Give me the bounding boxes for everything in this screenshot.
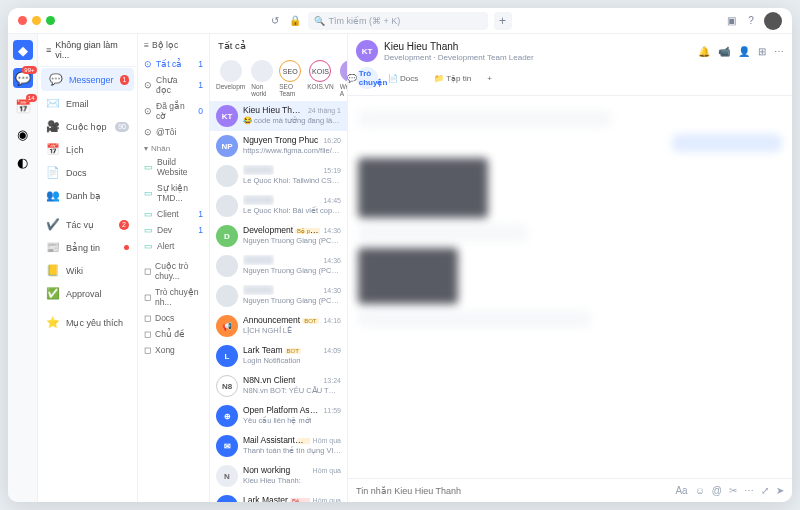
quick-contact[interactable]: Developm [216,60,245,97]
new-button[interactable]: + [494,12,512,30]
pin-icon: ⊙ [144,80,152,90]
expand-icon[interactable]: ⤢ [761,485,769,496]
chat-row[interactable]: 📢AnnouncementBOT14:16LỊCH NGHỈ LỄ [210,311,347,341]
sidebar-item[interactable]: 🎥Cuộc họp90 [38,115,137,138]
folder-item[interactable]: ▭Dev1 [138,222,209,238]
emoji-icon[interactable]: ☺ [695,485,705,496]
send-icon[interactable]: ➤ [776,485,784,496]
folder-item[interactable]: ▭Sự kiện TMD... [138,180,209,206]
video-call-icon[interactable]: 📹 [718,46,730,57]
minimize-window[interactable] [32,16,41,25]
filter-item[interactable]: ⊙Đã gắn cờ0 [138,98,209,124]
sidebar-label: Mục yêu thích [66,318,123,328]
filter-item[interactable]: ⊙Chưa đọc1 [138,72,209,98]
filter-item[interactable]: ◻Chủ đề [138,326,209,342]
chat-name: DevelopmentBộ phận [243,225,320,235]
folder-item[interactable]: ▭Build Website [138,154,209,180]
rail-app2[interactable]: ◐ [13,152,33,172]
search-icon: 🔍 [314,16,325,26]
history-icon[interactable]: ↺ [268,14,282,28]
preview: LỊCH NGHỈ LỄ [243,326,341,335]
item-icon: ◻ [144,313,151,323]
font-icon[interactable]: Aа [675,485,687,496]
avatar: ⊕ [216,405,238,427]
filter-item[interactable]: ◻Xong [138,342,209,358]
chat-row[interactable]: KTKieu Hieu Thanh24 tháng 1😂 code mà tưở… [210,101,347,131]
chat-row[interactable]: nameee14:30Nguyen Truong Giang (PC): Dạ [210,281,347,311]
chat-tab[interactable]: 💬Trò chuyện [356,67,378,89]
lock-icon: 🔒 [288,14,302,28]
sidebar-item[interactable]: 📅Lịch [38,138,137,161]
filter-section[interactable]: ▾ Nhân [138,140,209,154]
chatlist-tab[interactable]: Tất cả [210,34,347,56]
sidebar-icon: 📒 [46,264,60,277]
chat-row[interactable]: nameee14:36Nguyen Truong Giang (PC) đã k… [210,251,347,281]
notify-icon[interactable]: 🔔 [698,46,710,57]
chat-row[interactable]: NPNguyen Trong Phuc16:20https://www.figm… [210,131,347,161]
sidebar-item[interactable]: 💬Messenger1 [41,68,134,91]
rail-messenger[interactable]: 💬99+ [13,68,33,88]
quick-contact[interactable]: Non worki [251,60,273,97]
chat-row[interactable]: N8N8N.vn Client13:24N8N.vn BOT: YÊU CẦU … [210,371,347,401]
sidebar-item[interactable]: ✔️Tác vụ2 [38,213,137,236]
workspace-selector[interactable]: ≡ Không gian làm vi... [38,34,137,67]
scissors-icon[interactable]: ✂ [729,485,737,496]
badge: 14 [26,94,37,102]
filter-item[interactable]: ◻Docs [138,310,209,326]
chat-tab[interactable]: 📄Docs [382,67,424,89]
timestamp: 24 tháng 1 [308,107,341,114]
timestamp: 14:36 [323,257,341,264]
quick-contact[interactable]: KOISKOIS.VN [307,60,333,97]
messages-area[interactable] [348,96,792,478]
rail-calendar[interactable]: 📅14 [13,96,33,116]
profile-avatar[interactable] [764,12,782,30]
item-icon: ◻ [144,329,151,339]
chat-row[interactable]: nameee15:19Le Quoc Khoi: Tailwind CSS To… [210,161,347,191]
add-tab[interactable]: + [481,67,498,89]
app-rail: ◆ 💬99+ 📅14 ◉ ◐ [8,34,38,502]
sidebar-item[interactable]: ✉️Email [38,92,137,115]
chat-row[interactable]: ⊕Open Platform AssistantBOT11:59Yêu cầu … [210,401,347,431]
more-icon[interactable]: ⋯ [774,46,784,57]
screenshot-icon[interactable]: ▣ [724,14,738,28]
chat-row[interactable]: nameee14:45Le Quoc Khoi: Bài viết copy b… [210,191,347,221]
help-icon[interactable]: ? [744,14,758,28]
sidebar-item[interactable]: 📒Wiki [38,259,137,282]
more-tools-icon[interactable]: ⋯ [744,485,754,496]
global-search[interactable]: 🔍 Tìm kiếm (⌘ + K) [308,12,488,30]
filter-item[interactable]: ◻Cuộc trò chuy... [138,258,209,284]
message-input[interactable] [356,486,669,496]
filter-item[interactable]: ⊙@Tôi [138,124,209,140]
avatar: N [216,465,238,487]
chat-row[interactable]: DDevelopmentBộ phận14:36Nguyen Truong Gi… [210,221,347,251]
sidebar-item[interactable]: ⭐Mục yêu thích [38,311,137,334]
sidebar-item[interactable]: 📰Bảng tin [38,236,137,259]
chat-row[interactable]: LLark MasterBên ngoàiHôm quaTuấn Huỳnh: … [210,491,347,502]
filter-item[interactable]: ⊙Tất cả1 [138,56,209,72]
chat-title[interactable]: Kieu Hieu Thanh [384,41,534,52]
close-window[interactable] [18,16,27,25]
quick-contact[interactable]: SEOSEO Team [279,60,301,97]
add-member-icon[interactable]: 👤 [738,46,750,57]
chat-row[interactable]: LLark TeamBOT14:09Login Notification [210,341,347,371]
tab-icon: 💬 [347,74,357,83]
chat-tab[interactable]: 📁Tập tin [428,67,477,89]
chat-row[interactable]: ✉Mail AssistantBOTHôm quaThanh toán thẻ … [210,431,347,461]
filter-item[interactable]: ◻Trò chuyện nh... [138,284,209,310]
maximize-window[interactable] [46,16,55,25]
sidebar-item[interactable]: 📄Docs [38,161,137,184]
folder-item[interactable]: ▭Client1 [138,206,209,222]
folder-item[interactable]: ▭Alert [138,238,209,254]
chat-avatar[interactable]: KT [356,40,378,62]
chat-name: nameee [243,195,274,205]
folder-icon: ▭ [144,162,153,172]
sidebar-item[interactable]: ✅Approval [38,282,137,305]
chat-row[interactable]: NNon workingHôm quaKieu Hieu Thanh: [210,461,347,491]
item-icon: ◻ [144,266,151,276]
mention-icon[interactable]: @ [712,485,722,496]
tab-icon: 📄 [388,74,398,83]
settings-icon[interactable]: ⊞ [758,46,766,57]
rail-app1[interactable]: ◉ [13,124,33,144]
rail-lark[interactable]: ◆ [13,40,33,60]
sidebar-item[interactable]: 👥Danh bạ [38,184,137,207]
